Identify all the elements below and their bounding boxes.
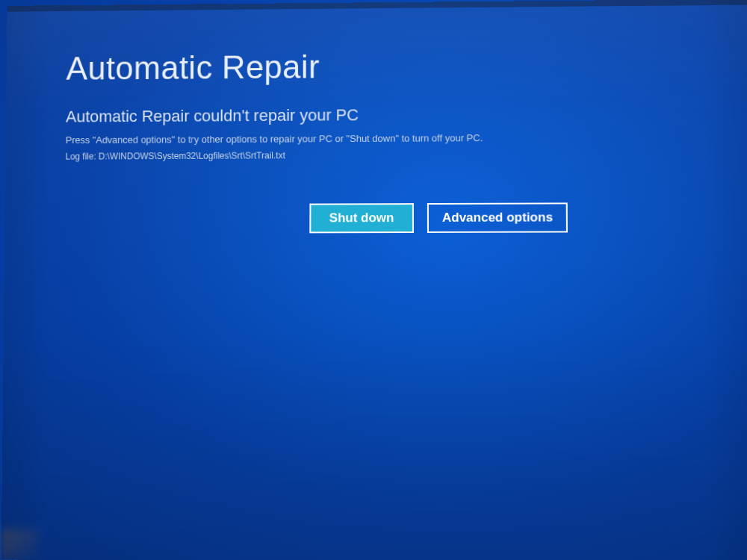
logfile-path: Log file: D:\WINDOWS\System32\Logfiles\S… <box>65 149 704 162</box>
error-subtitle: Automatic Repair couldn't repair your PC <box>66 104 704 127</box>
shutdown-button[interactable]: Shut down <box>309 203 414 233</box>
advanced-options-button[interactable]: Advanced options <box>427 203 568 234</box>
button-row: Shut down Advanced options <box>309 202 704 234</box>
instruction-text: Press "Advanced options" to try other op… <box>66 131 704 148</box>
top-edge <box>7 0 747 12</box>
page-title: Automatic Repair <box>66 46 703 87</box>
corner-shadow <box>1 529 39 560</box>
recovery-screen: Automatic Repair Automatic Repair couldn… <box>1 0 747 560</box>
content-area: Automatic Repair Automatic Repair couldn… <box>65 46 705 234</box>
